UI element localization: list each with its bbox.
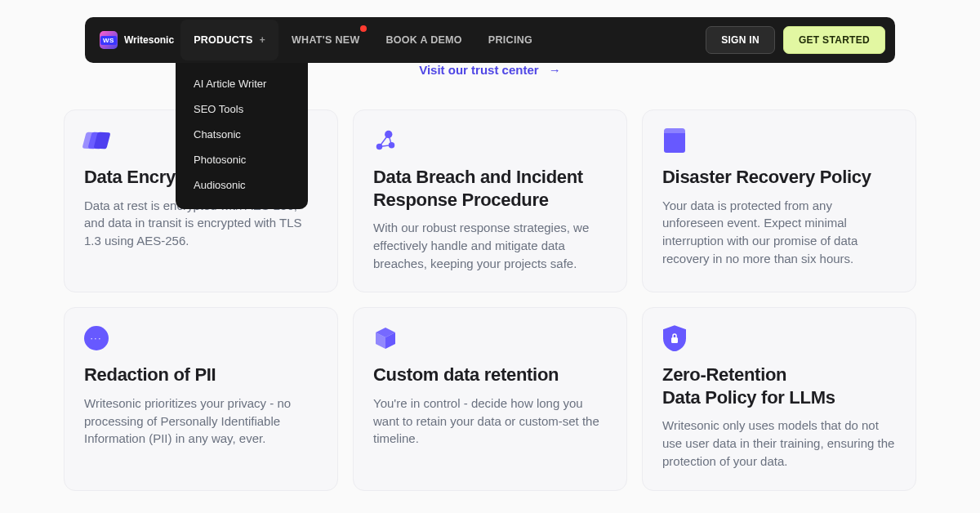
nav-label: PRICING: [488, 34, 532, 46]
sign-in-button[interactable]: SIGN IN: [706, 26, 775, 54]
card-title: Zero-RetentionData Policy for LLMs: [662, 364, 896, 408]
dropdown-item-chatsonic[interactable]: Chatsonic: [176, 122, 308, 147]
nav-item-pricing[interactable]: PRICING: [475, 17, 546, 63]
trust-center-link[interactable]: Visit our trust center →: [0, 63, 980, 77]
nav-item-whats-new[interactable]: WHAT'S NEW: [278, 17, 373, 63]
notification-badge-icon: [360, 25, 367, 32]
card-redaction-pii: ··· Redaction of PII Writesonic prioriti…: [64, 307, 338, 490]
products-dropdown: AI Article Writer SEO Tools Chatsonic Ph…: [176, 63, 308, 209]
encryption-icon: [84, 128, 109, 153]
nav-label: PRODUCTS: [194, 34, 253, 46]
card-data-breach: Data Breach and Incident Response Proced…: [353, 109, 627, 292]
dropdown-item-ai-article-writer[interactable]: AI Article Writer: [176, 71, 308, 96]
cube-icon: [373, 326, 398, 350]
arrow-right-icon: →: [549, 63, 561, 77]
card-custom-retention: Custom data retention You're in control …: [353, 307, 627, 490]
card-desc: Writesonic only uses models that do not …: [662, 417, 896, 470]
card-disaster-recovery: Disaster Recovery Policy Your data is pr…: [642, 109, 916, 292]
get-started-button[interactable]: GET STARTED: [783, 26, 885, 54]
nav-item-book-demo[interactable]: BOOK A DEMO: [373, 17, 475, 63]
logo-text: WS: [100, 36, 117, 45]
trust-link-label: Visit our trust center: [419, 63, 538, 77]
notebook-icon: [662, 128, 687, 153]
pii-icon: ···: [84, 326, 109, 350]
dropdown-item-audiosonic[interactable]: Audiosonic: [176, 172, 308, 198]
nav-label: WHAT'S NEW: [292, 34, 360, 46]
card-desc: With our robust response strategies, we …: [373, 219, 607, 272]
dropdown-item-photosonic[interactable]: Photosonic: [176, 147, 308, 172]
nav-label: BOOK A DEMO: [386, 34, 462, 46]
card-title: Data Breach and Incident Response Proced…: [373, 166, 607, 211]
card-desc: You're in control - decide how long you …: [373, 395, 607, 448]
nav-items: PRODUCTS + WHAT'S NEW BOOK A DEMO PRICIN…: [180, 17, 546, 63]
card-title: Disaster Recovery Policy: [662, 166, 896, 189]
network-icon: [373, 128, 398, 153]
nav-item-products[interactable]: PRODUCTS +: [180, 20, 278, 60]
card-title: Custom data retention: [373, 364, 607, 386]
top-navbar: WS Writesonic PRODUCTS + WHAT'S NEW BOOK…: [85, 17, 895, 63]
shield-lock-icon: [662, 326, 687, 350]
plus-icon: +: [260, 34, 265, 46]
brand-name: Writesonic: [124, 34, 174, 46]
dropdown-item-seo-tools[interactable]: SEO Tools: [176, 96, 308, 122]
card-desc: Your data is protected from any unforese…: [662, 197, 896, 268]
card-zero-retention: Zero-RetentionData Policy for LLMs Write…: [642, 307, 916, 490]
card-desc: Writesonic prioritizes your privacy - no…: [84, 395, 318, 448]
svg-rect-3: [671, 337, 678, 343]
logo-icon: WS: [100, 31, 118, 49]
card-title: Redaction of PII: [84, 364, 318, 386]
